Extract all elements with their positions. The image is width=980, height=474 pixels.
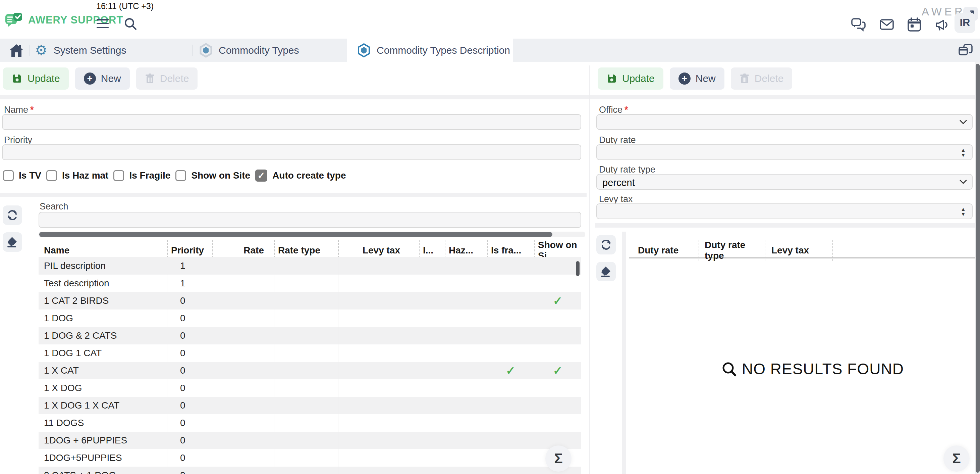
chevron-down-icon[interactable] [956, 117, 970, 128]
column-header[interactable]: Duty rate type [698, 240, 765, 261]
checkbox-row: Is TVIs Haz matIs FragileShow on Site✓Au… [3, 169, 346, 182]
home-icon[interactable] [10, 43, 24, 57]
sum-button[interactable]: Σ [545, 445, 571, 472]
required-asterisk: * [30, 105, 34, 115]
table-row[interactable]: 1DOG+5PUPPIES0 [38, 449, 581, 467]
cell-empty [338, 467, 419, 474]
mail-icon[interactable] [880, 18, 894, 32]
cell-empty [274, 397, 338, 414]
cell-name: 1 DOG 1 CAT [38, 345, 167, 362]
tab-label: System Settings [54, 45, 126, 56]
page-vertical-scrollbar-track[interactable] [975, 62, 980, 474]
tab-commodity-types-description[interactable]: Commodity Types Description [347, 38, 513, 62]
cell-name: Test description [38, 275, 167, 292]
hexagon-icon [199, 43, 213, 58]
calendar-icon[interactable] [907, 18, 921, 32]
table-row[interactable]: 1DOG + 6PUPPIES0 [38, 432, 581, 449]
cell-empty [419, 327, 445, 345]
checkbox-is-fragile[interactable] [113, 170, 124, 181]
new-label: New [101, 73, 121, 84]
table-row[interactable]: PIL description1 [38, 257, 581, 275]
cell-empty [212, 292, 274, 310]
horizontal-scrollbar-thumb[interactable] [39, 232, 552, 237]
table-row[interactable]: 1 DOG 1 CAT0 [38, 345, 581, 362]
levy-tax-input[interactable]: ▲▼ [596, 203, 973, 219]
table-row[interactable]: 2 CATS + 1 DOG0 [38, 467, 581, 474]
right-toolbar: Update + New Delete [598, 67, 792, 89]
chevron-down-icon[interactable] [956, 176, 970, 187]
cell-priority: 0 [167, 310, 212, 327]
checkbox-show-on-site[interactable] [175, 170, 186, 181]
horizontal-scrollbar-track[interactable] [38, 231, 585, 237]
trash-icon [145, 73, 155, 84]
cell-empty [212, 327, 274, 345]
table-vertical-scrollbar-thumb[interactable] [576, 261, 579, 276]
tab-divider [30, 45, 30, 56]
cell-empty [338, 310, 419, 327]
refresh-button[interactable] [3, 206, 22, 225]
table-row[interactable]: 1 DOG & 2 CATS0 [38, 327, 581, 345]
eraser-button[interactable] [3, 232, 22, 252]
rail-divider [29, 200, 29, 474]
table-row[interactable]: 1 DOG0 [38, 310, 581, 327]
table-row[interactable]: Test description1 [38, 275, 581, 292]
search-icon[interactable] [123, 17, 137, 31]
update-button[interactable]: Update [3, 67, 69, 89]
megaphone-icon[interactable] [934, 18, 948, 32]
cell-empty [534, 397, 581, 414]
tab-label: Commodity Types [219, 45, 299, 56]
column-header-empty [832, 240, 975, 261]
gear-icon: ⚙ [35, 43, 48, 57]
cell-empty [274, 310, 338, 327]
number-stepper[interactable]: ▲▼ [956, 147, 970, 158]
cell-empty [212, 397, 274, 414]
cell-empty [419, 275, 445, 292]
duty-rate-input[interactable]: ▲▼ [596, 144, 973, 160]
tab-system-settings[interactable]: ⚙ System Settings [35, 38, 126, 62]
cell-empty [534, 345, 581, 362]
sum-button[interactable]: Σ [943, 445, 970, 472]
table-row[interactable]: 1 X CAT0✓✓ [38, 362, 581, 379]
chat-icon[interactable] [851, 18, 865, 32]
window-copy-icon[interactable] [958, 43, 973, 58]
checkbox-is-tv[interactable] [3, 170, 14, 181]
cell-empty [419, 310, 445, 327]
name-input[interactable] [2, 114, 581, 130]
cell-empty [445, 432, 487, 449]
priority-input[interactable] [2, 144, 581, 160]
update-label: Update [622, 73, 655, 84]
update-button[interactable]: Update [598, 67, 663, 89]
number-stepper[interactable]: ▲▼ [956, 206, 970, 217]
table-row[interactable]: 11 DOGS0 [38, 414, 581, 432]
checkbox-auto-create-type[interactable]: ✓ [255, 169, 267, 182]
cell-empty [274, 362, 338, 379]
eraser-button[interactable] [596, 262, 616, 281]
new-button[interactable]: + New [75, 67, 130, 89]
cell-empty [338, 432, 419, 449]
column-header[interactable]: Duty rate [629, 240, 698, 261]
column-header[interactable]: Levy tax [765, 240, 832, 261]
rail-divider [622, 231, 626, 474]
checkbox-label: Auto create type [272, 170, 346, 181]
cell-empty [534, 327, 581, 345]
empty-state: NO RESULTS FOUND [721, 360, 904, 378]
cell-empty [419, 432, 445, 449]
delete-button[interactable]: Delete [136, 67, 198, 89]
avatar[interactable]: IR [955, 13, 975, 33]
checkbox-is-haz-mat[interactable] [46, 170, 57, 181]
duty-rate-type-select[interactable]: percent [596, 174, 973, 190]
cell-empty [445, 257, 487, 275]
tab-commodity-types[interactable]: Commodity Types [199, 38, 299, 62]
new-button[interactable]: + New [670, 67, 724, 89]
cell-empty [419, 345, 445, 362]
page-vertical-scrollbar-thumb[interactable] [976, 64, 980, 472]
delete-button[interactable]: Delete [731, 67, 792, 89]
table-search-input[interactable] [38, 212, 581, 228]
menu-hamburger-icon[interactable] [97, 19, 109, 28]
table-row[interactable]: 1 X DOG0 [38, 379, 581, 397]
cell-empty [274, 292, 338, 310]
office-select[interactable] [596, 114, 973, 130]
table-row[interactable]: 1 CAT 2 BIRDS0✓ [38, 292, 581, 310]
refresh-button[interactable] [596, 235, 616, 254]
table-row[interactable]: 1 X DOG 1 X CAT0 [38, 397, 581, 414]
